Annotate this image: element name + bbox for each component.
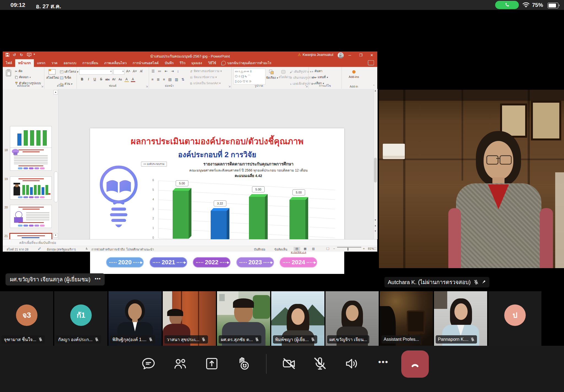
drawing-dialog-launcher[interactable]: ⇲ xyxy=(305,85,308,88)
text-direction-button[interactable]: ⇵ทิศทางของข้อความ ▾ xyxy=(190,69,222,74)
previous-slide-button[interactable]: ▲ xyxy=(374,224,376,227)
minimize-button[interactable]: ─ xyxy=(344,51,355,59)
quick-styles-button[interactable]: สไตล์ด่วน xyxy=(279,70,288,80)
restore-button[interactable]: ❐ xyxy=(355,51,366,59)
scroll-down-arrow[interactable]: ▼ xyxy=(374,219,376,221)
grow-font-button[interactable]: A˄ xyxy=(126,69,130,73)
ppt-tab-บันทึก[interactable]: บันทึก xyxy=(162,59,177,67)
notes-pane[interactable]: คลิกเพื่อที่จะเพิ่มบันทึกย่อ xyxy=(3,239,377,246)
hang-up-button[interactable] xyxy=(401,350,429,378)
accessibility-status[interactable]: การช่วยสำหรับการเข้าถึง: โปรดศึกษาคำแนะน… xyxy=(91,247,154,252)
view-sorter-icon[interactable]: ▦ xyxy=(302,247,308,251)
zoom-slider[interactable] xyxy=(337,247,361,247)
presenter-more-button[interactable]: ••• xyxy=(91,273,105,285)
slide-thumbnail-20[interactable] xyxy=(10,205,52,228)
pinned-video-autchara[interactable] xyxy=(379,90,564,268)
active-call-pill[interactable] xyxy=(495,1,519,9)
new-slide-button[interactable]: สไลด์ใหม่ ▾ xyxy=(46,69,58,80)
ppt-tab-แทรก[interactable]: แทรก xyxy=(34,59,48,67)
ppt-tab-มุมมอง[interactable]: มุมมอง xyxy=(188,59,205,67)
next-slide-button[interactable]: ▼ xyxy=(374,230,376,232)
participant-tile-Assistant Profes...[interactable]: Assistant Profes... xyxy=(380,291,433,346)
font-dialog-launcher[interactable]: ⇲ xyxy=(146,85,148,88)
share-screen-button[interactable] xyxy=(204,356,219,371)
participant-tile-Pannaporn K....[interactable]: Pannaporn K.... xyxy=(434,291,487,346)
char-spacing-button[interactable]: AV xyxy=(112,78,116,81)
paste-button[interactable] xyxy=(6,69,13,77)
cut-button[interactable]: ✂ตัด xyxy=(15,69,23,74)
ppt-tab-รีวิว[interactable]: รีวิว xyxy=(177,59,188,67)
replace-button[interactable]: ab↦แทนที่ ▾ xyxy=(312,75,328,80)
ppt-tab-วิธีใช้[interactable]: วิธีใช้ xyxy=(205,59,219,67)
find-button[interactable]: ⌕ค้นหา xyxy=(312,69,322,74)
account-area[interactable]: ⚠Kwanjira Jeamsakul xyxy=(298,53,333,57)
comments-toggle[interactable]: ข้อคิดเห็น xyxy=(274,247,287,252)
slide-scrollbar[interactable]: ▲ ▼ ▲ ▼ xyxy=(373,89,378,239)
font-color-button[interactable]: A xyxy=(131,77,135,82)
view-normal-icon[interactable]: ▤ xyxy=(294,247,300,251)
font-name-select[interactable]: ▾ xyxy=(79,69,112,75)
ppt-tab-การนำเสนอสไลด์[interactable]: การนำเสนอสไลด์ xyxy=(130,59,162,67)
shrink-font-button[interactable]: A˅ xyxy=(133,69,137,73)
align-buttons[interactable]: ≡ ≣ ≡ ▤ ▥ ⇅ xyxy=(151,77,186,81)
font-size-select[interactable]: ▾ xyxy=(113,69,124,75)
smartart-button[interactable]: ⧉แปลงเป็น SmartArt ▾ xyxy=(190,81,221,86)
shapes-gallery[interactable]: ▭○△▱⇨⇩ ⬠☆{}∿⌒ ▯◇▷▽⊂⊃ xyxy=(234,69,265,85)
clear-format-button[interactable]: A̸ xyxy=(140,69,142,73)
zoom-in-button[interactable]: + xyxy=(363,247,365,250)
tell-me-box[interactable]: บอกฉันว่าคุณต้องการทำอะไร xyxy=(219,59,272,67)
participant-tile-ผศ.ขวัญจิรา เจียน...[interactable]: ผศ.ขวัญจิรา เจียน... xyxy=(326,291,379,346)
slide-thumbnail-18[interactable] xyxy=(10,148,52,171)
speaker-button[interactable] xyxy=(344,356,359,371)
chat-button[interactable] xyxy=(141,356,156,371)
view-reading-icon[interactable]: ▥ xyxy=(310,247,317,251)
ppt-tab-ออกแบบ[interactable]: ออกแบบ xyxy=(61,59,80,67)
change-case-button[interactable]: Aa xyxy=(118,78,123,81)
close-button[interactable]: ✕ xyxy=(366,51,377,59)
mic-off-button[interactable] xyxy=(312,356,328,371)
thumb-scroll-down[interactable]: ▼ xyxy=(53,233,58,238)
view-slideshow-icon[interactable]: 🖵 xyxy=(324,247,331,251)
scrollbar-thumb[interactable] xyxy=(374,158,377,183)
layout-button[interactable]: เค้าโครง ▾ xyxy=(60,69,78,74)
scroll-up-arrow[interactable]: ▲ xyxy=(374,89,376,92)
people-button[interactable] xyxy=(172,356,188,371)
thumb-scroll-up[interactable]: ▲ xyxy=(53,90,58,94)
participant-tile-วาสนา สุขประเ...[interactable]: วาสนา สุขประเ... xyxy=(163,291,216,346)
collapse-ribbon-button[interactable]: ⌃ xyxy=(373,84,375,88)
camera-off-button[interactable] xyxy=(281,356,297,371)
strikethrough-button[interactable]: abc xyxy=(105,78,110,81)
participant-tile-จุฑามาส ชื่นใจ...[interactable]: จ3จุฑามาส ชื่นใจ... xyxy=(0,291,53,346)
ribbon-display-icon[interactable] xyxy=(336,51,344,59)
addins-button[interactable]: Add-ins xyxy=(347,70,361,78)
ppt-tab-วาด[interactable]: วาด xyxy=(48,59,61,67)
zoom-level[interactable]: 81% xyxy=(368,247,374,250)
slide-thumbnail-21[interactable] xyxy=(9,233,52,239)
ppt-tab-ภาพเคลื่อนไหว[interactable]: ภาพเคลื่อนไหว xyxy=(101,59,129,67)
participant-tile-พิมพ์ชญา (ผู้เยี่ย...[interactable]: พิมพ์ชญา (ผู้เยี่ย... xyxy=(271,291,324,346)
participant-tile-พิสิษฐิกุล(องค์ 1....[interactable]: พิสิษฐิกุล(องค์ 1.... xyxy=(109,291,162,346)
copy-button[interactable]: คัดลอก ▾ xyxy=(15,75,31,80)
more-button[interactable]: ••• xyxy=(376,357,391,373)
fit-slide-icon[interactable]: ⛶ xyxy=(374,247,376,251)
reset-button[interactable]: รีเซ็ต xyxy=(60,75,71,80)
bold-button[interactable]: B xyxy=(80,77,84,81)
italic-button[interactable]: I xyxy=(86,77,91,81)
notes-toggle[interactable]: บันทึกย่อ xyxy=(254,247,265,252)
shape-fill-button[interactable]: 🖌เติมสีรูปร่าง ▾ xyxy=(290,69,311,74)
bullet-buttons[interactable]: ☰ ≔ ⇤ ⇥ ↕ xyxy=(151,69,180,73)
comments-bubble-icon[interactable] xyxy=(368,60,374,65)
participant-tile-กัลญา องค์ประก...[interactable]: กั1กัลญา องค์ประก... xyxy=(54,291,107,346)
underline-button[interactable]: U xyxy=(93,77,97,81)
slide-thumbnail-19[interactable] xyxy=(10,176,52,200)
clipboard-dialog-launcher[interactable]: ⇲ xyxy=(41,85,43,88)
shadow-button[interactable]: S xyxy=(99,77,103,81)
pen-icon[interactable]: 🖉 xyxy=(38,247,41,250)
slide-thumbnail-partial[interactable] xyxy=(10,126,52,149)
reactions-button[interactable] xyxy=(236,356,251,371)
zoom-out-button[interactable]: − xyxy=(333,247,335,250)
thumb-scrollbar[interactable] xyxy=(54,172,58,202)
ppt-tab-หน้าแรก[interactable]: หน้าแรก xyxy=(15,59,34,67)
arrange-button[interactable]: จัดเรียง ▾ xyxy=(266,70,277,80)
align-text-button[interactable]: ⊟จัดแนวข้อความ ▾ xyxy=(190,75,217,80)
